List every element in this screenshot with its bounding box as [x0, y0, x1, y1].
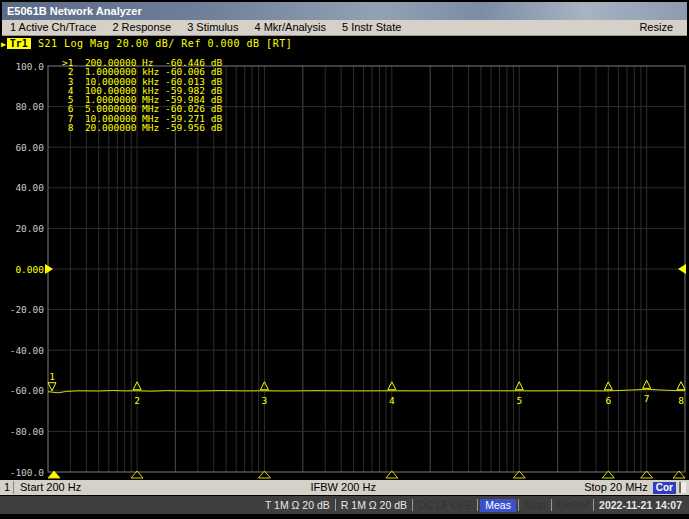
trace-badge[interactable]: Tr1 — [7, 38, 31, 49]
trace-tr1-s21 — [48, 389, 685, 393]
marker-3-number: 3 — [262, 395, 268, 406]
r-port-setting: R 1M Ω 20 dB — [336, 496, 412, 514]
correction-badge: Cor — [653, 482, 676, 494]
y-axis-tick-label: -80.00 — [10, 426, 45, 437]
marker-8-symbol-icon[interactable] — [677, 382, 685, 390]
marker-6-number: 6 — [605, 395, 611, 406]
y-axis-tick-label: 20.00 — [15, 223, 44, 234]
datetime-readout: 2022-11-21 14:07 — [594, 496, 687, 514]
menu-item-response[interactable]: 2 Response — [104, 20, 179, 35]
y-axis-tick-label: -100.0 — [10, 467, 45, 478]
marker-table: >1 200.00000 Hz -60.446 dB 2 1.0000000 k… — [62, 58, 222, 132]
trace-definition: S21 Log Mag 20.00 dB/ Ref 0.000 dB [RT] — [38, 38, 292, 49]
marker-5-number: 5 — [516, 395, 522, 406]
trace-status-line: ▶Tr1S21 Log Mag 20.00 dB/ Ref 0.000 dB [… — [0, 37, 689, 50]
menu-item-instr-state[interactable]: 5 Instr State — [334, 20, 409, 35]
menu-item-stimulus[interactable]: 3 Stimulus — [179, 20, 246, 35]
meas-state-badge: Meas — [480, 499, 516, 512]
y-axis-tick-label: -40.00 — [10, 345, 45, 356]
y-axis-tick-label: 60.00 — [15, 142, 44, 153]
menu-item-mkr-analysis[interactable]: 4 Mkr/Analysis — [246, 20, 334, 35]
status-bar: 1 Start 200 Hz IFBW 200 Hz Stop 20 MHz C… — [0, 480, 689, 495]
y-axis-tick-label: 80.00 — [15, 101, 44, 112]
marker-8-number: 8 — [678, 395, 684, 406]
stop-frequency-readout: Stop 20 MHz — [584, 480, 648, 495]
channel-number: 1 — [4, 480, 10, 495]
menu-item-active-ch-trace[interactable]: 1 Active Ch/Trace — [2, 20, 104, 35]
y-axis-tick-label: -60.00 — [10, 385, 45, 396]
ref-level-marker-left-icon — [45, 264, 53, 274]
segment-divider — [477, 499, 478, 511]
statusbar-grip — [679, 482, 686, 493]
analyzer-screen: E5061B Network Analyzer 1 Active Ch/Trac… — [0, 0, 689, 519]
start-frequency-readout: Start 200 Hz — [20, 480, 81, 495]
window-titlebar[interactable]: E5061B Network Analyzer — [2, 2, 687, 20]
marker-1-symbol-icon[interactable] — [48, 383, 56, 391]
menu-item-resize[interactable]: Resize — [631, 20, 681, 35]
y-axis-tick-label: -20.00 — [10, 304, 45, 315]
menu-bar: 1 Active Ch/Trace2 Response3 Stimulus4 M… — [2, 20, 687, 36]
dc-lf-indicator: DC LF OFF — [413, 496, 477, 514]
instrument-status-bar: T 1M Ω 20 dB R 1M Ω 20 dB DC LF OFF Meas… — [0, 496, 689, 514]
y-axis-tick-label: 40.00 — [15, 182, 44, 193]
window-title: E5061B Network Analyzer — [7, 5, 142, 17]
ext-ref-indicator: ExtRef — [552, 496, 594, 514]
y-axis-tick-label: 100.0 — [15, 61, 44, 72]
channel-separator — [13, 481, 14, 494]
marker-table-row: 8 20.000000 MHz -59.956 dB — [62, 123, 222, 132]
marker-1-number: 1 — [49, 371, 55, 382]
active-trace-arrow-icon: ▶ — [0, 40, 6, 49]
marker-2-number: 2 — [134, 395, 140, 406]
ref-level-label: 0.000 — [15, 264, 44, 275]
sweep-stop-indicator: Stop — [519, 496, 551, 514]
ifbw-readout: IFBW 200 Hz — [310, 480, 375, 495]
marker-4-number: 4 — [389, 395, 395, 406]
t-port-setting: T 1M Ω 20 dB — [260, 496, 335, 514]
marker-7-number: 7 — [644, 393, 650, 404]
ref-level-marker-right-icon — [678, 264, 686, 274]
